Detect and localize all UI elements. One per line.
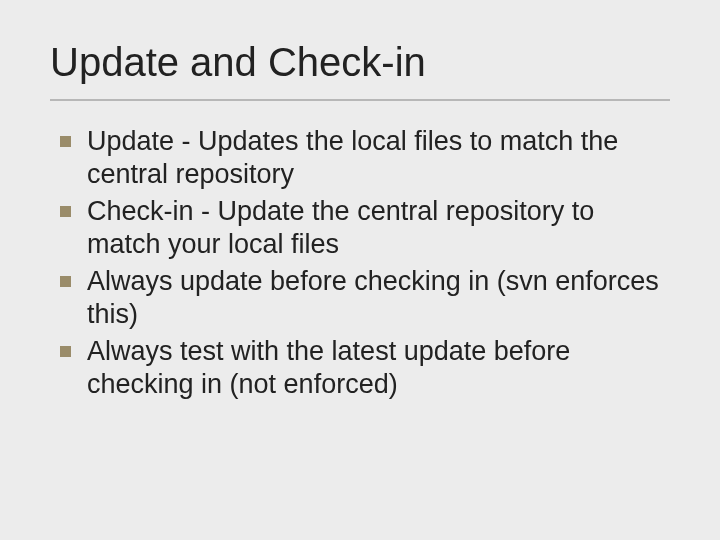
list-item: Check-in - Update the central repository… (50, 195, 670, 261)
bullet-text: Update - Updates the local files to matc… (87, 125, 670, 191)
bullet-icon (60, 346, 71, 357)
bullet-icon (60, 206, 71, 217)
slide-body: Update - Updates the local files to matc… (50, 125, 670, 401)
bullet-icon (60, 276, 71, 287)
bullet-text: Always test with the latest update befor… (87, 335, 670, 401)
slide: Update and Check-in Update - Updates the… (0, 0, 720, 540)
bullet-icon (60, 136, 71, 147)
list-item: Update - Updates the local files to matc… (50, 125, 670, 191)
bullet-text: Check-in - Update the central repository… (87, 195, 670, 261)
slide-title: Update and Check-in (50, 40, 670, 101)
list-item: Always update before checking in (svn en… (50, 265, 670, 331)
list-item: Always test with the latest update befor… (50, 335, 670, 401)
bullet-text: Always update before checking in (svn en… (87, 265, 670, 331)
